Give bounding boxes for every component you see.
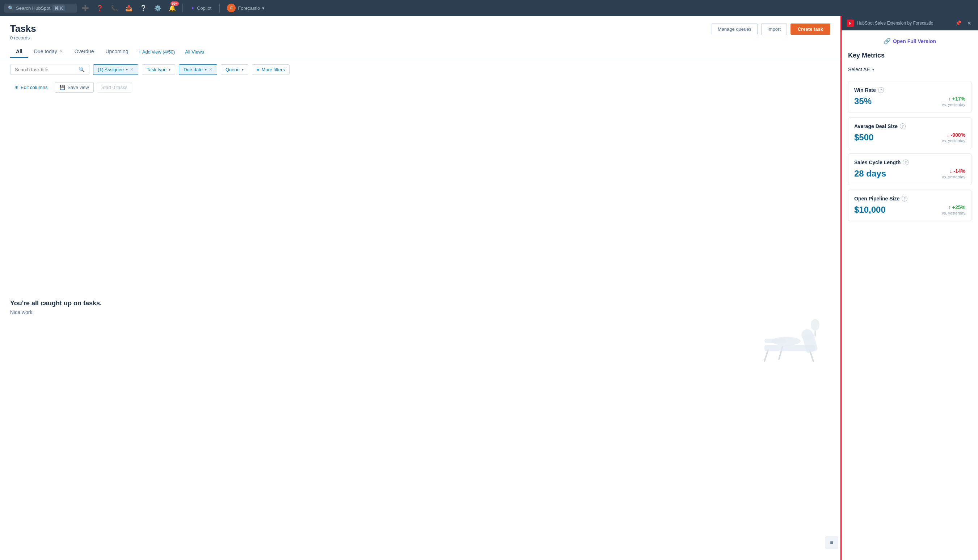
- metric-vs-label: vs. yesterday: [942, 211, 965, 215]
- metric-change: ↑ +17% vs. yesterday: [942, 96, 965, 107]
- tab-all[interactable]: All: [10, 46, 28, 58]
- nav-divider: [182, 3, 183, 12]
- metric-card-2: Sales Cycle Length ? 28 days ↓ -14% vs. …: [848, 153, 971, 185]
- tab-due-today[interactable]: Due today ✕: [28, 46, 69, 58]
- edit-columns-button[interactable]: ⊞ Edit columns: [10, 82, 52, 92]
- calls-button[interactable]: 📞: [108, 2, 120, 14]
- pin-button[interactable]: 📌: [954, 20, 963, 27]
- empty-state-text: You're all caught up on tasks. Nice work…: [10, 300, 102, 315]
- panel-title: HubSpot Sales Extension by Forecastio: [857, 21, 951, 26]
- metric-vs-label: vs. yesterday: [942, 102, 965, 107]
- all-views-button[interactable]: All Views: [180, 46, 209, 58]
- tab-overdue-label: Overdue: [75, 48, 94, 54]
- search-task-input[interactable]: [15, 67, 76, 72]
- metric-row: $500 ↓ -900% vs. yesterday: [854, 132, 965, 143]
- queue-label: Queue: [225, 67, 240, 72]
- metrics-container: Win Rate ? 35% ↑ +17% vs. yesterday Aver…: [848, 81, 971, 222]
- add-view-button[interactable]: + Add view (4/50): [134, 46, 179, 58]
- metric-label: Open Pipeline Size ?: [854, 196, 965, 202]
- metric-value: 28 days: [854, 168, 886, 179]
- star-icon: ✦: [191, 5, 195, 11]
- queue-filter[interactable]: Queue ▾: [221, 64, 248, 75]
- tab-upcoming[interactable]: Upcoming: [100, 46, 134, 58]
- create-task-button[interactable]: Create task: [791, 23, 830, 35]
- notifications-button[interactable]: 🔔 99+: [167, 2, 178, 14]
- metric-label: Sales Cycle Length ?: [854, 160, 965, 165]
- select-ae-button[interactable]: Select AE ▾: [848, 65, 971, 74]
- metric-label-text: Sales Cycle Length: [854, 160, 901, 165]
- global-search-bar[interactable]: 🔍 Search HubSpot ⌘ K: [4, 3, 77, 13]
- task-type-label: Task type: [147, 67, 167, 72]
- main-layout: Tasks 0 records Manage queues Import Cre…: [0, 16, 978, 560]
- tab-all-label: All: [16, 48, 22, 54]
- circle-question-icon: ❔: [140, 5, 147, 12]
- assignee-close-icon[interactable]: ✕: [130, 67, 134, 72]
- copilot-button[interactable]: ✦ Copilot: [187, 4, 215, 12]
- empty-heading: You're all caught up on tasks.: [10, 300, 102, 307]
- metric-value: 35%: [854, 96, 871, 107]
- svg-line-0: [764, 350, 768, 361]
- select-ae-label: Select AE: [848, 67, 870, 72]
- add-view-label: + Add view (4/50): [138, 49, 175, 55]
- settings-button[interactable]: ⚙️: [152, 2, 164, 14]
- assignee-filter[interactable]: (1) Assignee ▾ ✕: [93, 64, 138, 75]
- question-icon: ❓: [96, 5, 103, 12]
- due-date-close-icon[interactable]: ✕: [209, 67, 212, 72]
- copilot-label: Copilot: [197, 5, 211, 11]
- svg-point-8: [811, 319, 819, 331]
- save-icon: 💾: [59, 85, 65, 90]
- panel-body: 🔗 Open Full Version Key Metrics Select A…: [841, 30, 978, 560]
- metric-change: ↑ +25% vs. yesterday: [942, 204, 965, 215]
- more-filters-button[interactable]: ≡ More filters: [252, 64, 290, 75]
- inbox-button[interactable]: 📥: [123, 2, 135, 14]
- metric-help-icon[interactable]: ?: [903, 160, 908, 165]
- assignee-label: (1) Assignee: [98, 67, 124, 72]
- metric-label: Average Deal Size ?: [854, 123, 965, 129]
- svg-rect-6: [764, 338, 786, 343]
- close-panel-button[interactable]: ✕: [966, 20, 973, 27]
- user-chevron-icon: ▾: [262, 5, 265, 11]
- search-placeholder: Search HubSpot: [16, 5, 50, 11]
- filter-lines-icon: ≡: [257, 67, 260, 72]
- metric-help-icon[interactable]: ?: [901, 196, 908, 202]
- help-button[interactable]: ❓: [94, 2, 106, 14]
- metric-change-value: ↑ +17%: [948, 96, 965, 102]
- columns-icon: ⊞: [15, 85, 18, 90]
- key-metrics-title: Key Metrics: [848, 52, 971, 59]
- metric-row: 35% ↑ +17% vs. yesterday: [854, 96, 965, 107]
- inbox-icon: 📥: [125, 5, 132, 12]
- open-full-version-button[interactable]: 🔗 Open Full Version: [848, 38, 971, 45]
- task-type-filter[interactable]: Task type ▾: [142, 64, 175, 75]
- tab-due-today-close[interactable]: ✕: [59, 49, 63, 54]
- metric-label-text: Average Deal Size: [854, 123, 898, 129]
- keyboard-shortcut: ⌘ K: [52, 5, 65, 11]
- metric-vs-label: vs. yesterday: [942, 175, 965, 179]
- search-icon: 🔍: [78, 67, 85, 72]
- search-input-wrap[interactable]: 🔍: [10, 64, 89, 75]
- manage-queues-button[interactable]: Manage queues: [712, 23, 758, 35]
- user-name: Forecastio: [238, 5, 260, 11]
- metric-row: $10,000 ↑ +25% vs. yesterday: [854, 204, 965, 215]
- floating-action-icon[interactable]: ≡: [825, 536, 838, 549]
- metric-value: $10,000: [854, 205, 886, 215]
- tab-overdue[interactable]: Overdue: [69, 46, 100, 58]
- panel-logo: F: [846, 20, 854, 27]
- metric-help-icon[interactable]: ?: [900, 123, 906, 129]
- save-view-button[interactable]: 💾 Save view: [55, 82, 93, 93]
- add-button[interactable]: ➕: [80, 2, 91, 14]
- user-menu-button[interactable]: F Forecastio ▾: [224, 2, 267, 14]
- all-views-label: All Views: [185, 49, 204, 55]
- start-tasks-button[interactable]: Start 0 tasks: [97, 82, 132, 93]
- empty-subtext: Nice work.: [10, 309, 102, 315]
- assignee-chevron-icon: ▾: [126, 68, 128, 72]
- metric-change-value: ↓ -900%: [947, 132, 965, 138]
- import-button[interactable]: Import: [761, 23, 787, 35]
- metric-row: 28 days ↓ -14% vs. yesterday: [854, 168, 965, 179]
- more-filters-label: More filters: [262, 67, 285, 72]
- help-center-button[interactable]: ❔: [137, 2, 149, 14]
- metric-help-icon[interactable]: ?: [878, 87, 884, 93]
- due-date-filter[interactable]: Due date ▾ ✕: [179, 64, 217, 75]
- metric-value: $500: [854, 132, 873, 143]
- header-actions: Manage queues Import Create task: [712, 23, 830, 35]
- metric-change-value: ↑ +25%: [948, 204, 965, 210]
